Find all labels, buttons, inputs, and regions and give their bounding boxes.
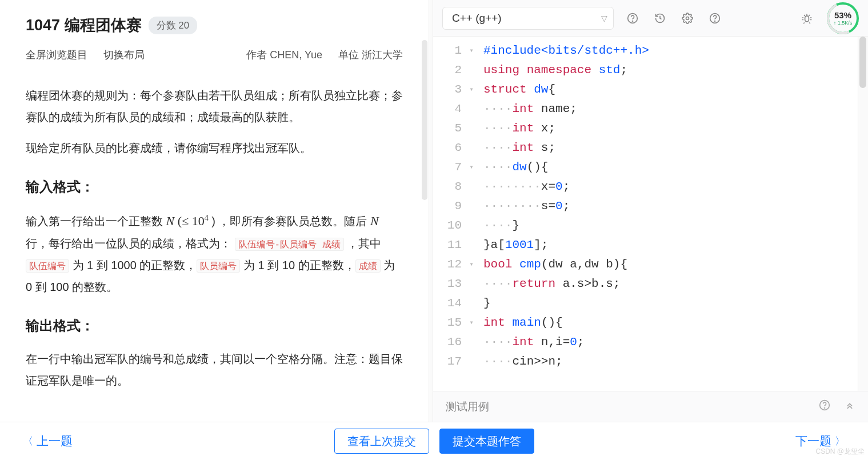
chevron-left-icon: 〈 (23, 434, 33, 448)
gear-icon[interactable] (678, 9, 697, 28)
code-line[interactable]: ····return a.s>b.s; (483, 274, 649, 294)
code-line[interactable]: ····dw(){ (483, 158, 649, 177)
svg-rect-5 (805, 15, 809, 21)
watermark: CSDN @龙玺尘 (815, 447, 865, 457)
tests-label: 测试用例 (446, 399, 489, 414)
code-line[interactable]: } (483, 294, 649, 313)
progress-rate: ↑ 1.5K/s (834, 20, 853, 26)
problem-panel: 1047 编程团体赛 分数 20 全屏浏览题目 切换布局 作者 CHEN, Yu… (0, 0, 429, 422)
test-cases-bar[interactable]: 测试用例 (433, 391, 868, 422)
code-panel: C++ (g++) ▽ 53% ↑ 1.5K/s 123456789101112… (433, 0, 868, 422)
code-line[interactable]: #include<bits/stdc++.h> (483, 41, 649, 61)
svg-point-1 (633, 21, 633, 21)
code-line[interactable]: ····int x; (483, 119, 649, 138)
team-tag: 队伍编号 (26, 259, 69, 273)
chevron-right-icon: 〉 (835, 434, 845, 448)
input-heading: 输入格式： (26, 174, 403, 200)
history-icon[interactable] (650, 9, 670, 28)
code-line[interactable]: int main(){ (483, 313, 649, 333)
format-tag: 队伍编号-队员编号 成绩 (235, 238, 344, 251)
help-icon[interactable] (819, 399, 830, 414)
submit-button[interactable]: 提交本题作答 (439, 429, 534, 454)
code-line[interactable]: bool cmp(dw a,dw b){ (483, 255, 649, 274)
output-para: 在一行中输出冠军队的编号和总成绩，其间以一个空格分隔。注意：题目保证冠军队是唯一… (26, 348, 403, 391)
author-label: 作者 CHEN, Yue (246, 48, 322, 62)
help2-icon[interactable] (705, 9, 725, 28)
code-line[interactable]: ····cin>>n; (483, 352, 649, 371)
chevron-down-icon: ▽ (601, 14, 607, 23)
code-line[interactable]: using namespace std; (483, 61, 649, 80)
code-line[interactable]: ····} (483, 216, 649, 235)
svg-point-2 (686, 17, 689, 19)
link-fullscreen[interactable]: 全屏浏览题目 (26, 48, 87, 62)
bottom-nav: 〈 上一题 查看上次提交 提交本题作答 下一题 〉 (0, 422, 868, 460)
view-last-submit-button[interactable]: 查看上次提交 (334, 429, 429, 454)
problem-title: 1047 编程团体赛 (26, 15, 142, 35)
member-tag: 队员编号 (197, 259, 240, 273)
bug-icon[interactable] (797, 9, 817, 28)
output-heading: 输出格式： (26, 313, 403, 339)
language-label: C++ (g++) (452, 12, 502, 25)
score-badge: 分数 20 (149, 17, 198, 34)
code-line[interactable]: ········s=0; (483, 197, 649, 216)
code-line[interactable]: ····int s; (483, 138, 649, 158)
link-layout[interactable]: 切换布局 (103, 48, 145, 62)
progress-dial: 53% ↑ 1.5K/s (827, 2, 859, 34)
collapse-up-icon[interactable] (844, 399, 855, 414)
problem-scrollbar[interactable] (422, 40, 427, 200)
svg-point-7 (825, 408, 825, 409)
score-tag: 成绩 (355, 259, 381, 273)
problem-para: 现给定所有队员的比赛成绩，请你编写程序找出冠军队。 (26, 137, 403, 159)
code-line[interactable]: ····int n,i=0; (483, 333, 649, 352)
code-line[interactable]: }a[1001]; (483, 235, 649, 255)
code-line[interactable]: ········x=0; (483, 177, 649, 197)
language-select[interactable]: C++ (g++) ▽ (442, 7, 614, 30)
problem-para: 编程团体赛的规则为：每个参赛队由若干队员组成；所有队员独立比赛；参赛队的成绩为所… (26, 85, 403, 128)
editor-scrollbar[interactable] (858, 37, 868, 391)
input-para: 输入第一行给出一个正整数 N (≤ 104 ) ，即所有参赛队员总数。随后 N … (26, 209, 403, 298)
code-editor[interactable]: 1234567891011121314151617 ▾▾▾▾▾ #include… (433, 37, 868, 391)
code-line[interactable]: ····int name; (483, 99, 649, 119)
code-line[interactable]: struct dw{ (483, 80, 649, 99)
affiliation-label: 单位 浙江大学 (338, 48, 403, 62)
problem-body: 编程团体赛的规则为：每个参赛队由若干队员组成；所有队员独立比赛；参赛队的成绩为所… (26, 85, 403, 391)
panel-divider[interactable] (429, 0, 433, 422)
progress-percent: 53% (834, 10, 851, 20)
svg-point-4 (715, 21, 715, 21)
help-icon[interactable] (623, 9, 642, 28)
editor-toolbar: C++ (g++) ▽ 53% ↑ 1.5K/s (433, 0, 868, 37)
prev-problem-link[interactable]: 〈 上一题 (23, 433, 73, 449)
